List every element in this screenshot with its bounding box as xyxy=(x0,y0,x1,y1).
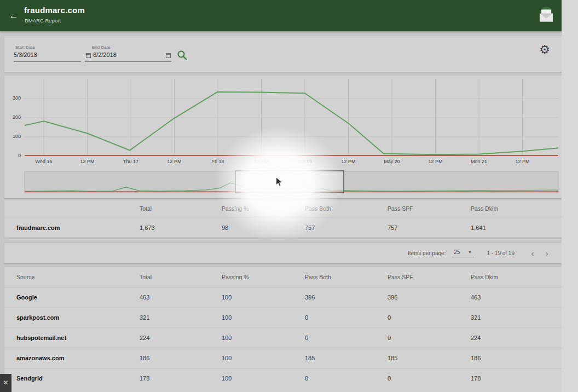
cell-passboth: 396 xyxy=(305,294,388,301)
source-name: hubspotemail.net xyxy=(16,335,140,341)
summary-col-total: Total xyxy=(140,205,222,212)
end-date-underline xyxy=(85,61,171,62)
cell-passing: 100 xyxy=(222,375,305,382)
cell-total: 186 xyxy=(140,355,222,361)
cell-passdkim: 178 xyxy=(471,375,562,382)
cell-passboth: 0 xyxy=(305,314,388,321)
table-row[interactable]: Sendgrid 178 100 0 0 178 xyxy=(4,368,562,388)
table-row[interactable]: sparkpost.com 321 100 0 0 321 xyxy=(4,307,562,327)
x-axis-tick-label: 12 PM xyxy=(505,159,540,164)
summary-passdkim: 1,641 xyxy=(471,224,562,231)
pagination-bar: Items per page: 25 ▼ 1 - 19 of 19 ‹ › xyxy=(4,243,562,263)
x-axis-tick-label: 12 PM xyxy=(331,159,366,164)
search-icon[interactable] xyxy=(176,49,188,61)
cell-passing: 100 xyxy=(222,355,305,361)
y-axis-tick-label: 0 xyxy=(4,153,21,158)
table-row[interactable]: amazonaws.com 186 100 185 185 186 xyxy=(4,348,562,368)
y-axis-tick-label: 100 xyxy=(4,134,21,139)
table-row[interactable]: Google 463 100 396 396 463 xyxy=(4,287,562,307)
app-header: ← fraudmarc.com DMARC Report xyxy=(0,0,562,31)
x-axis-tick-label: Mon 21 xyxy=(461,159,496,164)
domain-summary-table: Total Passing % Pass Both Pass SPF Pass … xyxy=(4,200,562,238)
col-passspf: Pass SPF xyxy=(388,274,471,280)
cell-total: 178 xyxy=(140,375,222,382)
x-axis-tick-label: Sat 19 xyxy=(287,159,322,164)
cell-total: 321 xyxy=(140,314,222,321)
items-per-page-select[interactable]: 25 ▼ xyxy=(452,249,473,257)
right-gutter xyxy=(562,0,578,392)
source-header-row: Source Total Passing % Pass Both Pass SP… xyxy=(4,267,562,287)
x-axis-tick-label: Wed 16 xyxy=(26,159,61,164)
cell-passdkim: 321 xyxy=(471,314,562,321)
close-icon[interactable]: ✕ xyxy=(0,374,11,392)
page-range-text: 1 - 19 of 19 xyxy=(487,250,515,256)
date-filter-bar: Start Date 5/3/2018 End Date 6/2/2018 ⚙ xyxy=(4,36,562,72)
cell-passspf: 0 xyxy=(388,314,471,321)
items-per-page-label: Items per page: xyxy=(408,250,446,256)
cell-passing: 100 xyxy=(222,294,305,301)
end-date-input[interactable]: 6/2/2018 xyxy=(93,51,117,58)
page-title: fraudmarc.com xyxy=(24,5,85,15)
fraudmarc-envelope-logo-icon xyxy=(535,4,557,27)
summary-passspf: 757 xyxy=(388,224,471,231)
source-name: Sendgrid xyxy=(16,375,140,382)
chart-canvas xyxy=(4,76,562,198)
cell-total: 224 xyxy=(140,335,222,341)
calendar-picker-icon[interactable] xyxy=(166,53,171,58)
app-window: ← fraudmarc.com DMARC Report Start Date … xyxy=(0,0,562,392)
end-date-label: End Date xyxy=(92,45,110,50)
col-passing: Passing % xyxy=(222,274,305,280)
summary-passboth: 757 xyxy=(305,224,388,231)
cell-passspf: 0 xyxy=(388,335,471,341)
x-axis-tick-label: 12 PM xyxy=(418,159,453,164)
x-axis-tick-label: 12 PM xyxy=(70,159,105,164)
cell-passboth: 185 xyxy=(305,355,388,361)
dmarc-volume-chart: 0100200300 Wed 1612 PMThu 1712 PMFri 181… xyxy=(4,76,562,198)
chevron-down-icon: ▼ xyxy=(467,250,472,255)
cell-passspf: 0 xyxy=(388,375,471,382)
summary-passing: 98 xyxy=(222,224,305,231)
x-axis-tick-label: Thu 17 xyxy=(113,159,148,164)
summary-domain-name: fraudmarc.com xyxy=(16,224,140,231)
summary-col-passboth: Pass Both xyxy=(305,205,388,212)
source-table: Source Total Passing % Pass Both Pass SP… xyxy=(4,267,562,392)
previous-page-icon[interactable]: ‹ xyxy=(525,248,540,259)
cell-passing: 100 xyxy=(222,314,305,321)
table-row[interactable]: hubspotemail.net 224 100 0 0 224 xyxy=(4,327,562,348)
cell-passdkim: 186 xyxy=(471,355,562,361)
brush-selection[interactable] xyxy=(235,171,344,193)
summary-col-passdkim: Pass Dkim xyxy=(471,205,562,212)
summary-total: 1,673 xyxy=(140,224,222,231)
x-axis-tick-label: 12 PM xyxy=(157,159,192,164)
cell-passspf: 185 xyxy=(388,355,471,361)
x-axis-tick-label: 12 PM xyxy=(244,159,279,164)
cell-passdkim: 463 xyxy=(471,294,562,301)
col-total: Total xyxy=(140,274,222,280)
chart-line-passing xyxy=(25,92,558,154)
col-passboth: Pass Both xyxy=(305,274,388,280)
cell-total: 463 xyxy=(140,294,222,301)
next-page-icon[interactable]: › xyxy=(540,248,554,259)
summary-col-passing: Passing % xyxy=(222,205,305,212)
settings-gear-icon[interactable]: ⚙ xyxy=(537,43,552,57)
summary-row-fraudmarc: fraudmarc.com 1,673 98 757 757 1,641 xyxy=(4,217,562,238)
back-arrow-icon[interactable]: ← xyxy=(8,10,20,22)
cell-passdkim: 224 xyxy=(471,335,562,341)
start-date-input[interactable]: 5/3/2018 xyxy=(14,51,37,58)
page-subtitle: DMARC Report xyxy=(25,18,61,24)
source-name: amazonaws.com xyxy=(16,355,140,361)
col-passdkim: Pass Dkim xyxy=(471,274,562,280)
summary-header-row: Total Passing % Pass Both Pass SPF Pass … xyxy=(4,200,562,217)
col-source: Source xyxy=(16,274,140,280)
cell-passboth: 0 xyxy=(305,335,388,341)
items-per-page-value: 25 xyxy=(454,249,460,255)
summary-col-passspf: Pass SPF xyxy=(388,205,471,212)
calendar-icon xyxy=(86,53,91,58)
start-date-underline xyxy=(14,61,81,62)
cell-passspf: 396 xyxy=(388,294,471,301)
cell-passing: 100 xyxy=(222,335,305,341)
source-name: Google xyxy=(16,294,140,301)
x-axis-tick-label: May 20 xyxy=(374,159,409,164)
x-axis-tick-label: Fri 18 xyxy=(200,159,235,164)
source-name: sparkpost.com xyxy=(16,314,140,321)
